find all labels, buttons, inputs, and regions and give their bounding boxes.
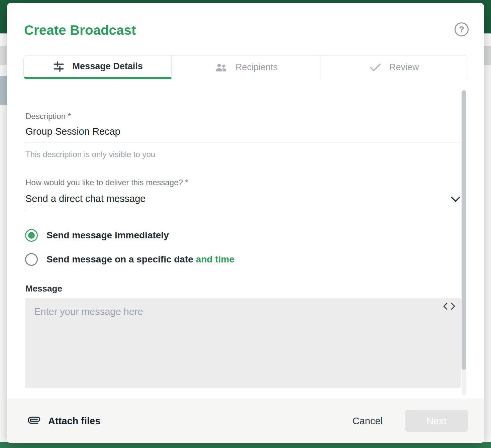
tab-message-details[interactable]: Message Details bbox=[23, 55, 172, 79]
delivery-label: How would you like to deliver this messa… bbox=[25, 178, 188, 187]
footer-actions: Cancel Next bbox=[353, 410, 468, 432]
radio-label: Send message immediately bbox=[46, 230, 169, 241]
delivery-select[interactable]: Send a direct chat message bbox=[25, 190, 461, 209]
chevron-down-icon bbox=[450, 196, 461, 204]
tune-icon bbox=[53, 61, 65, 73]
background-content-sliver bbox=[484, 46, 491, 65]
modal-footer: Attach files Cancel Next bbox=[7, 399, 484, 443]
radio-send-immediately[interactable]: Send message immediately bbox=[25, 229, 169, 242]
description-input[interactable]: Group Session Recap bbox=[25, 126, 120, 137]
question-mark-icon: ? bbox=[459, 24, 464, 35]
message-label: Message bbox=[25, 284, 62, 294]
description-helper-text: This description is only visible to you bbox=[25, 150, 155, 159]
code-icon[interactable] bbox=[443, 302, 456, 312]
description-underline bbox=[25, 142, 461, 142]
tab-label: Message Details bbox=[73, 61, 143, 72]
radio-dot bbox=[28, 232, 35, 239]
radio-label-highlight: and time bbox=[196, 254, 234, 264]
attach-files-label: Attach files bbox=[48, 416, 100, 427]
scrollbar-thumb[interactable] bbox=[462, 90, 466, 370]
delivery-underline bbox=[25, 209, 461, 209]
background-content-sliver bbox=[0, 46, 7, 65]
create-broadcast-modal: Create Broadcast ? Message Details bbox=[7, 3, 484, 443]
background-content-sliver bbox=[0, 76, 7, 105]
message-textarea-container bbox=[25, 298, 461, 388]
tab-recipients[interactable]: Recipients bbox=[172, 55, 320, 79]
tab-label: Review bbox=[389, 62, 419, 73]
tab-review[interactable]: Review bbox=[320, 55, 468, 79]
message-textarea[interactable] bbox=[25, 298, 461, 388]
modal-title: Create Broadcast bbox=[24, 23, 136, 38]
radio-label-prefix: Send message on a specific date bbox=[46, 254, 196, 264]
radio-selected-icon[interactable] bbox=[25, 229, 38, 242]
attach-files-button[interactable]: Attach files bbox=[28, 414, 100, 428]
tab-label: Recipients bbox=[235, 62, 278, 73]
people-icon bbox=[214, 62, 227, 72]
next-button[interactable]: Next bbox=[405, 410, 468, 432]
radio-send-scheduled[interactable]: Send message on a specific date and time bbox=[25, 253, 234, 266]
delivery-selected-value: Send a direct chat message bbox=[25, 193, 145, 204]
radio-label: Send message on a specific date and time bbox=[46, 254, 234, 265]
check-icon bbox=[369, 63, 381, 72]
help-button[interactable]: ? bbox=[455, 22, 469, 36]
cancel-button[interactable]: Cancel bbox=[353, 416, 383, 427]
radio-unselected-icon[interactable] bbox=[25, 253, 38, 266]
tab-bar: Message Details Recipients Review bbox=[23, 55, 468, 79]
scrollbar-track[interactable] bbox=[462, 90, 466, 395]
description-label: Description * bbox=[25, 112, 71, 121]
paperclip-icon bbox=[28, 414, 40, 428]
